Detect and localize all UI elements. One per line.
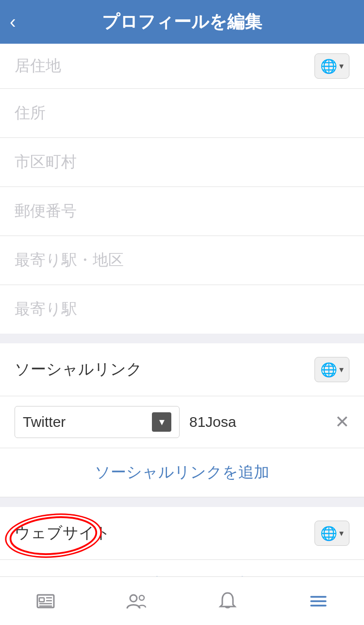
clear-social-link-button[interactable]: ✕: [335, 412, 349, 432]
postal-label: 郵便番号: [15, 202, 77, 220]
svg-point-7: [130, 595, 137, 602]
svg-point-8: [139, 595, 144, 600]
postal-field[interactable]: 郵便番号: [0, 187, 364, 236]
section-divider-1: [0, 334, 364, 343]
social-link-section: ソーシャルリンク 🌐 ▾ Twitter ▾ 81Josa ✕ ソーシャルリンク…: [0, 343, 364, 497]
social-globe-icon: 🌐: [320, 362, 337, 378]
nav-home[interactable]: [0, 590, 91, 612]
address-field[interactable]: 住所: [0, 89, 364, 138]
address-label: 住所: [15, 104, 46, 121]
header-title: プロフィールを編集: [102, 10, 262, 34]
social-link-value[interactable]: 81Josa: [189, 414, 325, 430]
twitter-row: Twitter ▾ 81Josa ✕: [0, 396, 364, 448]
nearest-station-field[interactable]: 最寄り駅: [0, 285, 364, 334]
platform-select[interactable]: Twitter ▾: [15, 406, 180, 438]
residence-field: 居住地 🌐 ▾: [0, 44, 364, 89]
residence-privacy-button[interactable]: 🌐 ▾: [314, 53, 349, 79]
city-field[interactable]: 市区町村: [0, 138, 364, 187]
social-link-label: ソーシャルリンク: [15, 359, 142, 380]
website-label-wrapper: ウェブサイト: [15, 523, 111, 544]
select-arrow-icon: ▾: [152, 412, 171, 432]
nav-menu[interactable]: [273, 590, 364, 612]
nearest-station-area-label: 最寄り駅・地区: [15, 251, 124, 269]
add-social-link-button[interactable]: ソーシャルリンクを追加: [0, 448, 364, 497]
social-privacy-button[interactable]: 🌐 ▾: [314, 357, 349, 382]
social-chevron-down-icon: ▾: [339, 364, 344, 375]
platform-select-value: Twitter: [23, 414, 66, 430]
website-globe-icon: 🌐: [320, 525, 337, 541]
nav-friends[interactable]: [91, 590, 182, 612]
chevron-down-icon: ▾: [339, 61, 344, 71]
friends-icon: [125, 590, 148, 612]
nav-notifications[interactable]: [182, 590, 273, 612]
bell-icon: [216, 590, 239, 612]
city-label: 市区町村: [15, 153, 77, 170]
header: ‹ プロフィールを編集: [0, 0, 364, 44]
website-label: ウェブサイト: [15, 524, 111, 541]
globe-icon: 🌐: [320, 58, 337, 74]
svg-rect-2: [39, 598, 44, 602]
website-header: ウェブサイト 🌐 ▾: [0, 507, 364, 560]
section-divider-2: [0, 497, 364, 507]
website-privacy-button[interactable]: 🌐 ▾: [314, 521, 349, 546]
residence-label: 居住地: [15, 55, 61, 77]
bottom-nav: [0, 576, 364, 625]
social-link-header: ソーシャルリンク 🌐 ▾: [0, 343, 364, 396]
nearest-station-area-field[interactable]: 最寄り駅・地区: [0, 236, 364, 285]
home-icon: [34, 590, 57, 612]
back-button[interactable]: ‹: [10, 12, 16, 33]
website-chevron-down-icon: ▾: [339, 528, 344, 539]
nearest-station-label: 最寄り駅: [15, 300, 77, 318]
menu-icon: [307, 590, 330, 612]
